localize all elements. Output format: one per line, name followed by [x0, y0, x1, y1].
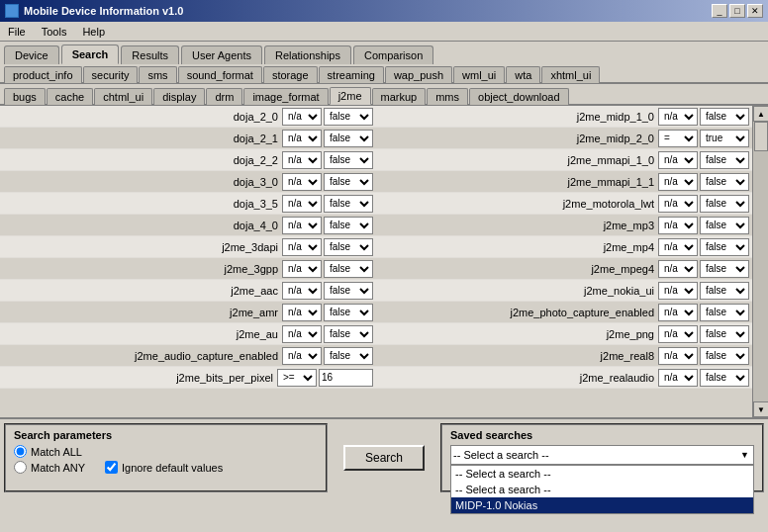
sub-tab-product-info[interactable]: product_info: [4, 66, 82, 83]
op-select[interactable]: n/a=!=>>=<<=: [658, 369, 698, 387]
dropdown-item-1[interactable]: -- Select a search --: [451, 482, 753, 497]
sub-tab-sound-format[interactable]: sound_format: [178, 66, 262, 83]
op-select[interactable]: n/a=!=>>=<<=: [277, 369, 317, 387]
dropdown-item-2[interactable]: MIDP-1.0 Nokias: [451, 497, 753, 513]
val-select[interactable]: falsetruen/a: [324, 347, 373, 365]
val-select[interactable]: falsetruen/a: [700, 282, 749, 300]
op-select[interactable]: n/a=!=>>=<<=: [282, 195, 322, 213]
op-select[interactable]: n/a=!=>>=<<=: [658, 282, 698, 300]
sub-tab-drm[interactable]: drm: [206, 88, 242, 105]
val-select[interactable]: falsetruen/a: [700, 130, 749, 147]
scroll-thumb[interactable]: [754, 122, 768, 151]
val-select[interactable]: falsetruen/a: [324, 282, 373, 300]
op-select[interactable]: n/a=!=>>=<<=: [282, 151, 322, 169]
sub-tab-wap-push[interactable]: wap_push: [385, 66, 452, 83]
val-select[interactable]: falsetruen/a: [700, 325, 749, 343]
tab-results[interactable]: Results: [121, 45, 179, 64]
sub-tab-mms[interactable]: mms: [427, 88, 468, 105]
op-select[interactable]: n/a=!=>>=<<=: [282, 347, 322, 365]
op-select[interactable]: n/a=!=>>=<<=: [658, 130, 698, 147]
sub-tab-chtml-ui[interactable]: chtml_ui: [94, 88, 152, 105]
op-select[interactable]: n/a=!=>>=<<=: [282, 325, 322, 343]
table-row: j2me_realaudion/a=!=>>=<<=falsetruen/a: [376, 367, 752, 389]
op-select[interactable]: n/a=!=>>=<<=: [282, 130, 322, 147]
match-all-radio[interactable]: [14, 445, 27, 458]
sub-tab-cache[interactable]: cache: [47, 88, 93, 105]
val-select[interactable]: falsetruen/a: [700, 347, 749, 365]
val-select[interactable]: falsetruen/a: [324, 260, 373, 278]
val-select[interactable]: falsetruen/a: [324, 325, 373, 343]
op-select[interactable]: n/a=!=>>=<<=: [282, 173, 322, 191]
sub-tab-image-format[interactable]: image_format: [243, 88, 328, 105]
op-select[interactable]: n/a=!=>>=<<=: [658, 173, 698, 191]
op-select[interactable]: n/a=!=>>=<<=: [658, 238, 698, 256]
sub-tab-security[interactable]: security: [83, 66, 139, 83]
scrollbar[interactable]: ▲ ▼: [752, 106, 768, 417]
tab-relationships[interactable]: Relationships: [264, 45, 351, 64]
saved-searches-dropdown[interactable]: -- Select a search -- -- Select a search…: [450, 465, 754, 514]
op-select[interactable]: n/a=!=>>=<<=: [282, 217, 322, 234]
table-row: j2me_midp_2_0n/a=!=>>=<<=falsetruen/a: [376, 128, 752, 149]
op-select[interactable]: n/a=!=>>=<<=: [658, 304, 698, 321]
op-select[interactable]: n/a=!=>>=<<=: [282, 304, 322, 321]
val-input[interactable]: [319, 369, 373, 387]
dropdown-item-0[interactable]: -- Select a search --: [451, 466, 753, 482]
tab-search[interactable]: Search: [61, 44, 120, 64]
val-select[interactable]: falsetruen/a: [700, 304, 749, 321]
op-select[interactable]: n/a=!=>>=<<=: [658, 151, 698, 169]
sub-tab-streaming[interactable]: streaming: [319, 66, 384, 83]
val-select[interactable]: falsetruen/a: [700, 173, 749, 191]
op-select[interactable]: n/a=!=>>=<<=: [658, 325, 698, 343]
maximize-button[interactable]: □: [729, 4, 745, 18]
val-select[interactable]: falsetruen/a: [700, 151, 749, 169]
tab-user-agents[interactable]: User Agents: [181, 45, 262, 64]
val-select[interactable]: falsetruen/a: [700, 369, 749, 387]
sub-tab-object-download[interactable]: object_download: [469, 88, 569, 105]
scroll-down-button[interactable]: ▼: [753, 401, 768, 417]
val-select[interactable]: falsetruen/a: [700, 217, 749, 234]
op-select[interactable]: n/a=!=>>=<<=: [658, 347, 698, 365]
val-select[interactable]: falsetruen/a: [324, 217, 373, 234]
minimize-button[interactable]: _: [712, 4, 727, 18]
op-select[interactable]: n/a=!=>>=<<=: [282, 108, 322, 126]
search-button[interactable]: Search: [343, 445, 425, 471]
sub-tab-j2me[interactable]: j2me: [330, 87, 371, 105]
op-select[interactable]: n/a=!=>>=<<=: [282, 238, 322, 256]
op-select[interactable]: n/a=!=>>=<<=: [282, 282, 322, 300]
op-select[interactable]: n/a=!=>>=<<=: [658, 195, 698, 213]
tab-comparison[interactable]: Comparison: [353, 45, 433, 64]
scroll-up-button[interactable]: ▲: [753, 106, 768, 122]
val-select[interactable]: falsetruen/a: [324, 195, 373, 213]
op-select[interactable]: n/a=!=>>=<<=: [658, 217, 698, 234]
val-select[interactable]: falsetruen/a: [700, 238, 749, 256]
sub-tab-storage[interactable]: storage: [263, 66, 318, 83]
dropdown-arrow-icon[interactable]: ▼: [738, 450, 751, 460]
val-select[interactable]: falsetruen/a: [324, 151, 373, 169]
tab-device[interactable]: Device: [4, 45, 59, 64]
val-select[interactable]: falsetruen/a: [700, 108, 749, 126]
menu-help[interactable]: Help: [78, 25, 109, 39]
op-select[interactable]: n/a=!=>>=<<=: [282, 260, 322, 278]
sub-tab-wml-ui[interactable]: wml_ui: [453, 66, 505, 83]
menu-file[interactable]: File: [4, 25, 30, 39]
sub-tab-xhtml-ui[interactable]: xhtml_ui: [541, 66, 600, 83]
val-select[interactable]: falsetruen/a: [324, 108, 373, 126]
field-controls: n/a=!=>>=<<=falsetruen/a: [282, 282, 373, 300]
op-select[interactable]: n/a=!=>>=<<=: [658, 108, 698, 126]
sub-tab-display[interactable]: display: [153, 88, 205, 105]
val-select[interactable]: falsetruen/a: [700, 195, 749, 213]
op-select[interactable]: n/a=!=>>=<<=: [658, 260, 698, 278]
sub-tab-markup[interactable]: markup: [372, 88, 427, 105]
val-select[interactable]: falsetruen/a: [324, 304, 373, 321]
sub-tab-bugs[interactable]: bugs: [4, 88, 46, 105]
menu-tools[interactable]: Tools: [38, 25, 71, 39]
sub-tab-wta[interactable]: wta: [506, 66, 540, 83]
match-any-radio[interactable]: [14, 461, 27, 474]
val-select[interactable]: falsetruen/a: [324, 173, 373, 191]
val-select[interactable]: falsetruen/a: [324, 238, 373, 256]
close-button[interactable]: ✕: [747, 4, 763, 18]
val-select[interactable]: falsetruen/a: [700, 260, 749, 278]
sub-tab-sms[interactable]: sms: [139, 66, 176, 83]
val-select[interactable]: falsetruen/a: [324, 130, 373, 147]
ignore-defaults-checkbox[interactable]: [105, 461, 118, 474]
